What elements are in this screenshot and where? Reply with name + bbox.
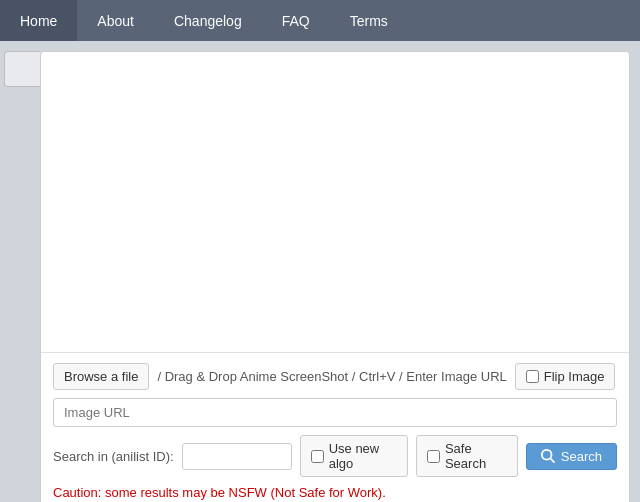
search-button[interactable]: Search xyxy=(526,443,617,470)
image-url-input[interactable] xyxy=(53,398,617,427)
search-in-label: Search in (anilist ID): xyxy=(53,449,174,464)
controls-section: Browse a file / Drag & Drop Anime Screen… xyxy=(41,352,629,502)
sidebar xyxy=(0,51,40,502)
navbar: Home About Changelog FAQ Terms xyxy=(0,0,640,41)
search-button-label: Search xyxy=(561,449,602,464)
use-new-algo-label: Use new algo xyxy=(329,441,397,471)
flip-image-toggle[interactable]: Flip Image xyxy=(515,363,616,390)
use-new-algo-checkbox[interactable] xyxy=(311,450,324,463)
flip-image-label: Flip Image xyxy=(544,369,605,384)
image-drop-area[interactable] xyxy=(41,52,629,352)
nav-changelog[interactable]: Changelog xyxy=(154,0,262,41)
browse-file-button[interactable]: Browse a file xyxy=(53,363,149,390)
caution-row: Caution: some results may be NSFW (Not S… xyxy=(53,485,617,500)
safe-search-toggle[interactable]: Safe Search xyxy=(416,435,518,477)
safe-search-label: Safe Search xyxy=(445,441,507,471)
safe-search-checkbox[interactable] xyxy=(427,450,440,463)
main-panel: Browse a file / Drag & Drop Anime Screen… xyxy=(40,51,630,502)
nav-about[interactable]: About xyxy=(77,0,154,41)
nav-home[interactable]: Home xyxy=(0,0,77,41)
page-wrapper: Browse a file / Drag & Drop Anime Screen… xyxy=(0,41,640,502)
nav-faq[interactable]: FAQ xyxy=(262,0,330,41)
caution-text: Caution: some results may be NSFW (Not S… xyxy=(53,485,386,500)
row-search: Search in (anilist ID): Use new algo Saf… xyxy=(53,435,617,477)
sidebar-tab-item[interactable] xyxy=(4,51,40,87)
use-new-algo-toggle[interactable]: Use new algo xyxy=(300,435,408,477)
row-browse: Browse a file / Drag & Drop Anime Screen… xyxy=(53,363,617,390)
drag-drop-text: / Drag & Drop Anime ScreenShot / Ctrl+V … xyxy=(157,369,506,384)
anilist-id-input[interactable] xyxy=(182,443,292,470)
flip-image-checkbox[interactable] xyxy=(526,370,539,383)
nav-terms[interactable]: Terms xyxy=(330,0,408,41)
row-url xyxy=(53,398,617,427)
search-icon xyxy=(541,449,555,463)
